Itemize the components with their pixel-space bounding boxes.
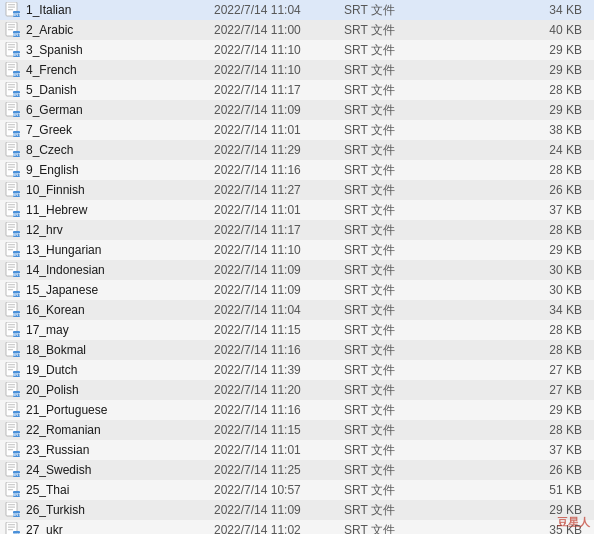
svg-rect-92 <box>8 307 15 308</box>
file-type: SRT 文件 <box>336 522 416 535</box>
table-row[interactable]: SRT 11_Hebrew2022/7/14 11:01SRT 文件37 KB <box>0 200 594 220</box>
file-name: 26_Turkish <box>26 503 206 517</box>
table-row[interactable]: SRT 19_Dutch2022/7/14 11:39SRT 文件27 KB <box>0 360 594 380</box>
svg-text:SRT: SRT <box>13 472 22 477</box>
file-icon: SRT <box>4 182 22 198</box>
table-row[interactable]: SRT 22_Romanian2022/7/14 11:15SRT 文件28 K… <box>0 420 594 440</box>
table-row[interactable]: SRT 15_Japanese2022/7/14 11:09SRT 文件30 K… <box>0 280 594 300</box>
table-row[interactable]: SRT 5_Danish2022/7/14 11:17SRT 文件28 KB <box>0 80 594 100</box>
file-size: 30 KB <box>416 283 590 297</box>
file-date: 2022/7/14 11:09 <box>206 103 336 117</box>
svg-text:SRT: SRT <box>13 432 22 437</box>
file-icon: SRT <box>4 202 22 218</box>
svg-rect-21 <box>8 69 13 70</box>
svg-rect-9 <box>8 29 13 30</box>
file-date: 2022/7/14 11:17 <box>206 83 336 97</box>
svg-rect-19 <box>8 64 15 65</box>
table-row[interactable]: SRT 4_French2022/7/14 11:10SRT 文件29 KB <box>0 60 594 80</box>
table-row[interactable]: SRT 14_Indonesian2022/7/14 11:09SRT 文件30… <box>0 260 594 280</box>
file-icon: SRT <box>4 282 22 298</box>
file-icon: SRT <box>4 2 22 18</box>
table-row[interactable]: SRT 20_Polish2022/7/14 11:20SRT 文件27 KB <box>0 380 594 400</box>
svg-rect-153 <box>8 509 13 510</box>
table-row[interactable]: SRT 2_Arabic2022/7/14 11:00SRT 文件40 KB <box>0 20 594 40</box>
svg-rect-33 <box>8 109 13 110</box>
file-date: 2022/7/14 11:15 <box>206 323 336 337</box>
svg-text:SRT: SRT <box>13 412 22 417</box>
table-row[interactable]: SRT 12_hrv2022/7/14 11:17SRT 文件28 KB <box>0 220 594 240</box>
file-size: 28 KB <box>416 323 590 337</box>
table-row[interactable]: SRT 8_Czech2022/7/14 11:29SRT 文件24 KB <box>0 140 594 160</box>
file-name: 5_Danish <box>26 83 206 97</box>
file-name: 8_Czech <box>26 143 206 157</box>
file-name: 14_Indonesian <box>26 263 206 277</box>
file-name: 3_Spanish <box>26 43 206 57</box>
svg-rect-87 <box>8 289 13 290</box>
svg-rect-157 <box>8 524 15 525</box>
file-size: 27 KB <box>416 363 590 377</box>
svg-rect-3 <box>8 9 13 10</box>
svg-rect-31 <box>8 104 15 105</box>
svg-rect-7 <box>8 24 15 25</box>
table-row[interactable]: SRT 3_Spanish2022/7/14 11:10SRT 文件29 KB <box>0 40 594 60</box>
svg-rect-67 <box>8 224 15 225</box>
file-size: 30 KB <box>416 263 590 277</box>
table-row[interactable]: SRT 18_Bokmal2022/7/14 11:16SRT 文件28 KB <box>0 340 594 360</box>
svg-rect-145 <box>8 484 15 485</box>
file-date: 2022/7/14 11:09 <box>206 283 336 297</box>
svg-rect-91 <box>8 304 15 305</box>
file-icon: SRT <box>4 22 22 38</box>
file-type: SRT 文件 <box>336 202 416 219</box>
table-row[interactable]: SRT 16_Korean2022/7/14 11:04SRT 文件34 KB <box>0 300 594 320</box>
svg-text:SRT: SRT <box>13 192 22 197</box>
svg-rect-129 <box>8 429 13 430</box>
file-icon: SRT <box>4 142 22 158</box>
table-row[interactable]: SRT 23_Russian2022/7/14 11:01SRT 文件37 KB <box>0 440 594 460</box>
svg-rect-115 <box>8 384 15 385</box>
table-row[interactable]: SRT 9_English2022/7/14 11:16SRT 文件28 KB <box>0 160 594 180</box>
file-type: SRT 文件 <box>336 62 416 79</box>
file-date: 2022/7/14 11:16 <box>206 403 336 417</box>
svg-rect-147 <box>8 489 13 490</box>
file-date: 2022/7/14 11:01 <box>206 203 336 217</box>
svg-rect-133 <box>8 444 15 445</box>
file-size: 28 KB <box>416 423 590 437</box>
svg-text:SRT: SRT <box>13 212 22 217</box>
table-row[interactable]: SRT 26_Turkish2022/7/14 11:09SRT 文件29 KB <box>0 500 594 520</box>
file-type: SRT 文件 <box>336 182 416 199</box>
table-row[interactable]: SRT 17_may2022/7/14 11:15SRT 文件28 KB <box>0 320 594 340</box>
file-name: 15_Japanese <box>26 283 206 297</box>
table-row[interactable]: SRT 1_Italian2022/7/14 11:04SRT 文件34 KB <box>0 0 594 20</box>
svg-rect-49 <box>8 164 15 165</box>
file-name: 9_English <box>26 163 206 177</box>
svg-rect-151 <box>8 504 15 505</box>
file-name: 4_French <box>26 63 206 77</box>
table-row[interactable]: SRT 6_German2022/7/14 11:09SRT 文件29 KB <box>0 100 594 120</box>
table-row[interactable]: SRT 24_Swedish2022/7/14 11:25SRT 文件26 KB <box>0 460 594 480</box>
file-type: SRT 文件 <box>336 2 416 19</box>
table-row[interactable]: SRT 25_Thai2022/7/14 10:57SRT 文件51 KB <box>0 480 594 500</box>
svg-text:SRT: SRT <box>13 332 22 337</box>
file-icon: SRT <box>4 82 22 98</box>
svg-rect-122 <box>8 407 15 408</box>
file-type: SRT 文件 <box>336 222 416 239</box>
table-row[interactable]: SRT 7_Greek2022/7/14 11:01SRT 文件38 KB <box>0 120 594 140</box>
table-row[interactable]: SRT 21_Portuguese2022/7/14 11:16SRT 文件29… <box>0 400 594 420</box>
svg-rect-116 <box>8 387 15 388</box>
file-name: 1_Italian <box>26 3 206 17</box>
file-size: 26 KB <box>416 183 590 197</box>
table-row[interactable]: SRT 13_Hungarian2022/7/14 11:10SRT 文件29 … <box>0 240 594 260</box>
file-icon: SRT <box>4 42 22 58</box>
svg-rect-141 <box>8 469 13 470</box>
svg-rect-146 <box>8 487 15 488</box>
file-icon: SRT <box>4 222 22 238</box>
file-name: 11_Hebrew <box>26 203 206 217</box>
file-type: SRT 文件 <box>336 482 416 499</box>
watermark: 豆星人 <box>557 515 590 530</box>
svg-rect-139 <box>8 464 15 465</box>
svg-text:SRT: SRT <box>13 392 22 397</box>
table-row[interactable]: SRT 27_ukr2022/7/14 11:02SRT 文件35 KB <box>0 520 594 534</box>
table-row[interactable]: SRT 10_Finnish2022/7/14 11:27SRT 文件26 KB <box>0 180 594 200</box>
file-icon: SRT <box>4 242 22 258</box>
svg-rect-14 <box>8 47 15 48</box>
